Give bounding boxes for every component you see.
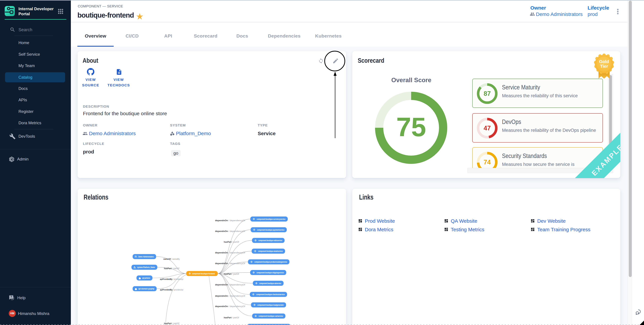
svg-text:ownerOf / ownedBy: ownerOf / ownedBy (163, 258, 180, 260)
svg-text:component:boutique-productcata: component:boutique-productcatalogservice (254, 261, 287, 263)
svg-text:hasPart / partOf: hasPart / partOf (224, 241, 239, 243)
svg-text:api:petstore: api:petstore (142, 277, 150, 279)
svg-text:dependsOn / dependencyOf: dependsOn / dependencyOf (215, 219, 245, 222)
svg-text:hasPart / partOf: hasPart / partOf (224, 273, 239, 275)
svg-text:component:boutique-emailservic: component:boutique-emailservice (258, 250, 283, 252)
svg-text:component:boutique-paymentserv: component:boutique-paymentservice (257, 229, 284, 231)
svg-text:component:boutique-adservice: component:boutique-adservice (259, 282, 281, 285)
svg-text:component:boutique-shippingser: component:boutique-shippingservice (256, 271, 284, 274)
svg-text:dependsOn / dependencyOf: dependsOn / dependencyOf (215, 262, 245, 265)
svg-text:component:boutique-currencyser: component:boutique-currencyservice (257, 218, 286, 220)
svg-text:apiProvidedBy / providesApi: apiProvidedBy / providesApi (160, 289, 183, 291)
svg-text:component:boutique-redisservic: component:boutique-redisservice (258, 239, 282, 242)
svg-text:Demo Administrators: Demo Administrators (138, 255, 154, 258)
svg-text:dependsOn / dependencyOf: dependsOn / dependencyOf (215, 284, 245, 286)
svg-text:dependsOn / dependencyOf: dependsOn / dependencyOf (215, 230, 245, 232)
svg-text:system:Platform_Demo: system:Platform_Demo (137, 266, 155, 269)
svg-text:dependsOn / dependencyOf: dependsOn / dependencyOf (215, 295, 245, 297)
svg-text:Gold: Gold (599, 59, 609, 64)
svg-text:component:boutique-frontend: component:boutique-frontend (192, 272, 215, 275)
svg-text:?: ? (10, 296, 12, 298)
svg-text:component:boutique-checkoutser: component:boutique-checkoutservice (256, 293, 285, 296)
svg-text:dependsOn / dependencyOf: dependsOn / dependencyOf (215, 251, 245, 254)
svg-text:component:boutique-cartservice: component:boutique-cartservice (258, 315, 283, 317)
svg-text:Tier: Tier (600, 64, 608, 69)
svg-text:hasPart / partOf: hasPart / partOf (224, 316, 239, 319)
svg-text:component:boutique-loadgenerat: component:boutique-loadgenerator (257, 304, 284, 306)
svg-text:apiProvidedBy / providesApi: apiProvidedBy / providesApi (160, 278, 183, 280)
svg-text:api:starwars-graphql: api:starwars-graphql (138, 288, 154, 290)
svg-text:hasPart / partOf: hasPart / partOf (164, 267, 179, 270)
svg-text:dependsOn / dependencyOf: dependsOn / dependencyOf (215, 305, 245, 308)
